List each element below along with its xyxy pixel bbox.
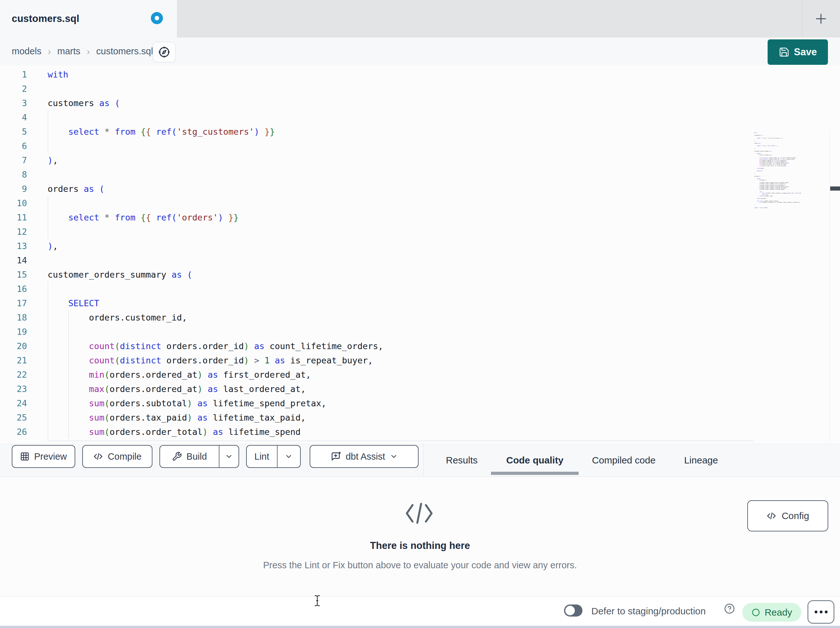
toolbar-divider	[423, 444, 424, 477]
indent-guide	[68, 367, 69, 382]
code-line[interactable]	[47, 253, 383, 267]
tab-customers-sql[interactable]: customers.sql	[0, 0, 177, 38]
code-line[interactable]: SELECT	[47, 296, 383, 310]
ready-label: Ready	[765, 607, 793, 618]
line-number[interactable]: 2	[0, 82, 27, 96]
code-line[interactable]: sum(orders.order_total) as lifetime_spen…	[47, 425, 383, 439]
indent-guide	[47, 425, 48, 439]
line-number[interactable]: 10	[0, 196, 27, 210]
line-number[interactable]: 16	[0, 282, 27, 296]
indent-guide	[47, 139, 48, 153]
breadcrumb-item-file[interactable]: customers.sql	[96, 46, 153, 57]
line-number[interactable]: 4	[0, 110, 27, 125]
lint-button-group: Lint	[246, 445, 301, 468]
line-number[interactable]: 20	[0, 339, 27, 353]
new-tab-button[interactable]	[807, 5, 835, 33]
breadcrumb-separator: ›	[48, 46, 51, 57]
line-number[interactable]: 13	[0, 239, 27, 253]
line-number[interactable]: 15	[0, 267, 27, 282]
line-number[interactable]: 6	[0, 139, 27, 153]
editor-scrollbar-thumb[interactable]	[830, 187, 840, 191]
breadcrumb-item-models[interactable]: models	[12, 46, 42, 57]
plus-icon	[814, 11, 828, 26]
indent-guide	[68, 339, 69, 353]
editor-scrollbar-track[interactable]	[829, 130, 840, 444]
dbt-assist-button[interactable]: dbt Assist	[309, 445, 418, 468]
lint-label: Lint	[254, 451, 269, 462]
line-number[interactable]: 17	[0, 296, 27, 310]
code-line[interactable]: select * from {{ ref('stg_customers') }}	[47, 125, 383, 139]
line-number[interactable]: 5	[0, 125, 27, 139]
code-line[interactable]: customer_orders_summary as (	[47, 267, 383, 282]
line-number[interactable]: 25	[0, 410, 27, 425]
code-line[interactable]: max(orders.ordered_at) as last_ordered_a…	[47, 382, 383, 396]
compile-button[interactable]: Compile	[82, 445, 152, 468]
help-circle-icon[interactable]	[724, 603, 735, 614]
tab-lineage[interactable]: Lineage	[684, 444, 718, 477]
code-line[interactable]: orders as (	[47, 182, 383, 196]
line-number[interactable]: 3	[0, 96, 27, 110]
code-line[interactable]	[47, 225, 383, 239]
status-circle-icon	[752, 608, 760, 617]
config-button[interactable]: Config	[747, 500, 828, 532]
line-number[interactable]: 23	[0, 382, 27, 396]
code-lines[interactable]: withcustomers as ( select * from {{ ref(…	[47, 67, 383, 439]
line-number[interactable]: 12	[0, 225, 27, 239]
build-dropdown-button[interactable]	[219, 446, 238, 467]
indent-guide	[68, 310, 69, 325]
line-number[interactable]: 19	[0, 325, 27, 339]
build-button[interactable]: Build	[160, 446, 219, 467]
code-line[interactable]: count(distinct orders.order_id) > 1 as i…	[47, 353, 383, 367]
code-line[interactable]: customers as (	[47, 96, 383, 110]
code-line[interactable]: ),	[47, 239, 383, 253]
code-line[interactable]	[47, 196, 383, 210]
indent-guide	[47, 282, 48, 296]
status-badge-ready[interactable]: Ready	[742, 603, 801, 622]
indent-guide	[47, 210, 48, 225]
line-number[interactable]: 8	[0, 168, 27, 182]
code-line[interactable]: min(orders.ordered_at) as first_ordered_…	[47, 367, 383, 382]
code-line[interactable]: ),	[47, 153, 383, 168]
code-line[interactable]: select * from {{ ref('orders') }}	[47, 210, 383, 225]
config-label: Config	[782, 511, 809, 521]
code-line[interactable]: orders.customer_id,	[47, 310, 383, 325]
tab-strip: customers.sql	[0, 0, 840, 38]
line-number[interactable]: 26	[0, 425, 27, 439]
code-line[interactable]: sum(orders.subtotal) as lifetime_spend_p…	[47, 396, 383, 410]
line-number[interactable]: 11	[0, 210, 27, 225]
defer-toggle[interactable]	[564, 604, 583, 617]
code-line[interactable]	[47, 282, 383, 296]
code-line[interactable]	[47, 82, 383, 96]
line-number[interactable]: 22	[0, 367, 27, 382]
code-line[interactable]: count(distinct orders.order_id) as count…	[47, 339, 383, 353]
chat-plus-icon	[330, 451, 341, 462]
tab-code-quality[interactable]: Code quality	[506, 444, 564, 477]
save-button[interactable]: Save	[767, 40, 828, 65]
breadcrumb-item-marts[interactable]: marts	[57, 46, 81, 57]
code-line[interactable]	[47, 168, 383, 182]
code-line[interactable]: with	[47, 67, 383, 82]
more-options-button[interactable]	[808, 600, 834, 623]
explore-lineage-button[interactable]	[152, 42, 176, 63]
line-number[interactable]: 18	[0, 310, 27, 325]
lint-dropdown-button[interactable]	[277, 446, 300, 467]
line-numbers[interactable]: 1234567891011121314151617181920212223242…	[0, 67, 27, 439]
code-editor[interactable]: 1234567891011121314151617181920212223242…	[0, 65, 840, 444]
line-number[interactable]: 14	[0, 253, 27, 267]
lint-button[interactable]: Lint	[247, 446, 277, 467]
preview-button[interactable]: Preview	[12, 445, 75, 468]
code-line[interactable]: sum(orders.tax_paid) as lifetime_tax_pai…	[47, 410, 383, 425]
tab-results[interactable]: Results	[446, 444, 478, 477]
minimap[interactable]: withcustomers as ( select * from {{ ref(…	[754, 132, 804, 209]
code-line[interactable]	[47, 110, 383, 125]
line-number[interactable]: 9	[0, 182, 27, 196]
tab-compiled-code[interactable]: Compiled code	[592, 444, 655, 477]
status-bar	[0, 596, 840, 626]
line-number[interactable]: 1	[0, 67, 27, 82]
compass-icon	[158, 46, 171, 59]
line-number[interactable]: 24	[0, 396, 27, 410]
line-number[interactable]: 7	[0, 153, 27, 168]
line-number[interactable]: 21	[0, 353, 27, 367]
code-line[interactable]	[47, 325, 383, 339]
code-line[interactable]	[47, 139, 383, 153]
